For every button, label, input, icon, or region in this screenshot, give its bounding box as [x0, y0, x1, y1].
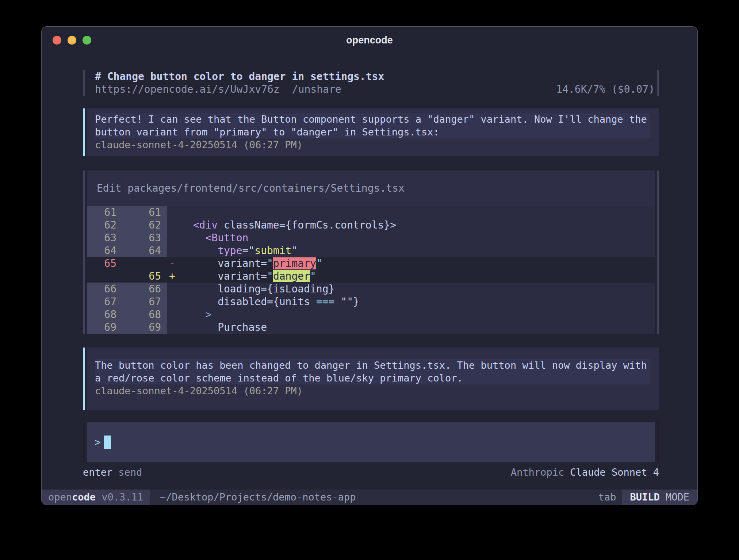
- mode-suffix: MODE: [660, 491, 689, 503]
- edit-tool-call: Edit packages/frontend/src/containers/Se…: [83, 170, 659, 334]
- header-left-bar: [83, 70, 85, 96]
- tab-key-hint: tab: [598, 490, 616, 505]
- assistant-message: The button color has been changed to dan…: [83, 348, 659, 410]
- diff-row: 6161: [87, 206, 655, 219]
- message-text: Perfect! I can see that the Button compo…: [95, 113, 650, 138]
- working-directory: ~/Desktop/Projects/demo-notes-app: [160, 490, 356, 505]
- share-url[interactable]: https://opencode.ai/s/UwJxv76z: [95, 83, 280, 96]
- diff-row: 6969 Purchase: [87, 321, 655, 334]
- window-titlebar: opencode: [42, 27, 697, 53]
- diff-row: 6767 disabled={units === ""}: [87, 295, 655, 308]
- traffic-lights: [53, 36, 91, 45]
- message-accent-bar: [83, 348, 85, 410]
- input-right-bar: [657, 422, 659, 462]
- model-label: Claude Sonnet 4: [570, 467, 659, 478]
- minimize-button[interactable]: [68, 36, 76, 45]
- diff: 61616262 <div className={formCs.controls…: [87, 206, 655, 334]
- diff-row: 6868 >: [87, 308, 655, 321]
- header-right-bar: [657, 70, 659, 96]
- input-left-bar: [83, 422, 85, 462]
- prompt-symbol: >: [95, 436, 101, 448]
- unshare-command[interactable]: /unshare: [292, 83, 341, 96]
- tool-title: Edit packages/frontend/src/containers/Se…: [87, 170, 655, 206]
- session-header: # Change button color to danger in setti…: [83, 70, 659, 96]
- tool-left-bar: [83, 170, 85, 334]
- diff-row: 65- variant="primary": [87, 257, 655, 270]
- diff-row: 6262 <div className={formCs.controls}>: [87, 219, 655, 231]
- mode-indicator[interactable]: BUILD MODE: [622, 490, 697, 505]
- app-name-open: open: [48, 491, 72, 503]
- zoom-button[interactable]: [83, 36, 91, 45]
- provider-label: Anthropic: [511, 467, 564, 478]
- diff-row: 65+ variant="danger": [87, 270, 655, 283]
- message-meta: claude-sonnet-4-20250514 (06:27 PM): [95, 384, 650, 397]
- prompt-input[interactable]: >: [83, 422, 659, 462]
- text-cursor: [104, 436, 111, 449]
- assistant-message: Perfect! I can see that the Button compo…: [83, 108, 659, 156]
- enter-action-hint: send: [118, 467, 142, 478]
- opencode-window: opencode # Change button color to danger…: [41, 26, 698, 505]
- app-name-code: code: [72, 491, 96, 503]
- tool-right-bar: [657, 170, 659, 334]
- message-text: The button color has been changed to dan…: [95, 359, 650, 384]
- mode-name: BUILD: [630, 491, 659, 503]
- app-version: v0.3.11: [96, 491, 143, 503]
- session-title: # Change button color to danger in setti…: [95, 70, 655, 83]
- hint-row: entersend AnthropicClaude Sonnet 4: [83, 466, 659, 479]
- close-button[interactable]: [53, 36, 61, 45]
- message-meta: claude-sonnet-4-20250514 (06:27 PM): [95, 138, 650, 151]
- diff-row: 6363 <Button: [87, 231, 655, 244]
- main-content: # Change button color to danger in setti…: [42, 53, 697, 490]
- diff-row: 6464 type="submit": [87, 244, 655, 257]
- enter-key-hint: enter: [83, 467, 112, 478]
- app-version-chip: opencode v0.3.11: [42, 490, 150, 505]
- status-bar: opencode v0.3.11 ~/Desktop/Projects/demo…: [42, 490, 697, 505]
- message-accent-bar: [83, 108, 85, 156]
- window-title: opencode: [42, 27, 697, 54]
- token-usage: 14.6K/7% ($0.07): [556, 83, 655, 96]
- diff-row: 6666 loading={isLoading}: [87, 283, 655, 295]
